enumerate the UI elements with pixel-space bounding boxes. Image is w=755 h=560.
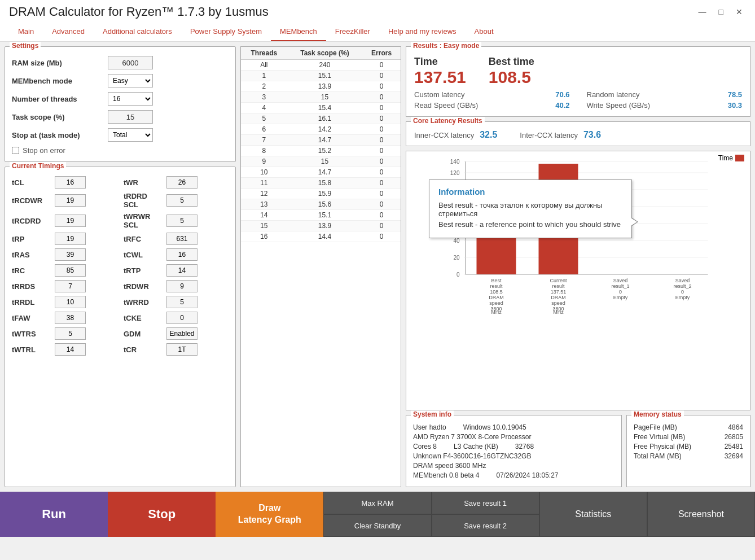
timing-input[interactable] [55,233,86,245]
thread-cell: 1 [241,71,287,81]
task-scope-input[interactable] [108,110,153,124]
table-row: 9150 [241,156,401,167]
thread-cell: 14 [241,210,287,221]
threads-table: Threads Task scope (%) Errors All2400115… [241,47,401,242]
statistics-button[interactable]: Statistics [539,492,647,537]
membench-mode-select[interactable]: Easy Hard [108,74,153,88]
nav-additional[interactable]: Additional calculators [94,23,181,41]
timing-label: tWRRD [124,298,163,307]
ram-size-input[interactable] [108,56,153,69]
tooltip-line1: Best result - точка эталон к которому вы… [438,201,622,218]
run-button[interactable]: Run [0,492,108,537]
membench-mode-label: MEMbench mode [12,77,108,85]
timing-input[interactable] [55,280,86,292]
timing-input[interactable] [166,264,197,277]
thread-cell: 15 [241,221,287,231]
screenshot-button[interactable]: Screenshot [647,492,755,537]
stop-at-select[interactable]: Total Per thread [108,128,153,142]
timing-input[interactable] [55,264,86,277]
core-latency-box: Core Latency Results Inner-CCX latency 3… [406,121,750,146]
thread-cell: All [241,60,287,71]
scope-cell: 15.1 [287,71,363,81]
window-controls: — □ ✕ [695,6,746,18]
stop-button[interactable]: Stop [108,492,216,537]
stats-screenshot-group: Statistics Screenshot [539,492,755,537]
close-button[interactable]: ✕ [732,6,746,18]
center-panel: Threads Task scope (%) Errors All2400115… [240,46,401,487]
max-ram-button[interactable]: Max RAM [323,492,431,514]
timing-input[interactable] [166,296,197,308]
read-speed-value: 40.2 [555,101,569,110]
svg-text:Empty: Empty [675,295,690,300]
scope-cell: 16.1 [287,113,363,124]
svg-text:result: result [552,283,565,289]
total-ram-value: 32694 [725,452,743,460]
timing-input[interactable] [166,248,197,261]
timing-input[interactable] [166,215,197,227]
svg-text:MHz: MHz [491,309,502,314]
timing-row: tCR [124,343,229,356]
timing-input[interactable] [55,312,86,324]
timing-input[interactable] [166,233,197,245]
nav-help[interactable]: Help and my reviews [379,23,466,41]
custom-latency-value: 70.6 [555,90,569,99]
scope-cell: 13.9 [287,221,363,231]
errors-cell: 0 [362,231,401,242]
timing-input[interactable] [166,194,197,207]
svg-text:DRAM: DRAM [551,295,566,300]
random-latency-row: Random latency 78.5 [587,90,743,99]
maximize-button[interactable]: □ [716,6,727,18]
pagefile-label: PageFile (MB) [634,423,677,431]
save-result1-button[interactable]: Save result 1 [432,492,539,514]
nav-membench[interactable]: MEMbench [271,23,326,41]
thread-cell: 6 [241,124,287,135]
thread-cell: 9 [241,156,287,167]
timing-input[interactable] [166,280,197,292]
timing-input[interactable] [55,296,86,308]
timing-input[interactable] [55,343,86,356]
nav-menu: Main Advanced Additional calculators Pow… [9,23,746,41]
svg-text:0: 0 [681,289,684,295]
timing-input[interactable] [55,327,86,340]
timing-input[interactable] [55,176,86,189]
total-ram-label: Total RAM (MB) [634,452,682,460]
time-result: Time 137.51 [414,56,466,87]
timing-input[interactable] [166,327,197,340]
system-info-title: System info [411,410,454,418]
save-result2-button[interactable]: Save result 2 [432,514,539,537]
nav-advanced[interactable]: Advanced [43,23,94,41]
timing-input[interactable] [55,248,86,261]
stop-at-row: Stop at (task mode) Total Per thread [12,128,229,142]
minimize-button[interactable]: — [695,6,710,18]
timing-input[interactable] [55,194,86,207]
inter-ccx-label: Inter-CCX latency [520,131,578,139]
nav-about[interactable]: About [466,23,503,41]
sys-membench-row: MEMbench 0.8 beta 4 07/26/2024 18:05:27 [413,471,614,479]
nav-freezkiller[interactable]: FreezKiller [326,23,379,41]
num-threads-select[interactable]: 16 8 [108,92,153,106]
timing-label: tWRWR SCL [124,212,163,229]
thread-cell: 8 [241,146,287,156]
core-latency-title: Core Latency Results [411,117,485,125]
timing-input[interactable] [166,312,197,324]
clear-standby-button[interactable]: Clear Standby [323,514,431,537]
best-time-result: Best time 108.5 [489,56,534,87]
nav-power-supply[interactable]: Power Supply System [181,23,271,41]
tooltip-line2: Best result - a reference point to which… [438,220,622,229]
sys-cpu-row: AMD Ryzen 7 3700X 8-Core Processor [413,433,614,441]
free-physical-value: 25481 [725,443,743,450]
timing-input[interactable] [166,176,197,189]
draw-latency-button[interactable]: Draw Latency Graph [216,492,323,537]
table-row: 1215.90 [241,189,401,199]
stop-on-error-label: Stop on error [23,146,65,155]
timing-input[interactable] [166,343,197,356]
table-row: 516.10 [241,113,401,124]
stop-on-error-checkbox[interactable] [12,147,19,154]
timing-label: tRRDS [12,282,51,291]
svg-text:MHz: MHz [553,309,564,314]
legend-color-box [735,155,744,161]
nav-main[interactable]: Main [9,23,43,41]
errors-cell: 0 [362,189,401,199]
read-speed-label: Read Speed (GB/s) [414,101,478,110]
timing-input[interactable] [55,215,86,227]
